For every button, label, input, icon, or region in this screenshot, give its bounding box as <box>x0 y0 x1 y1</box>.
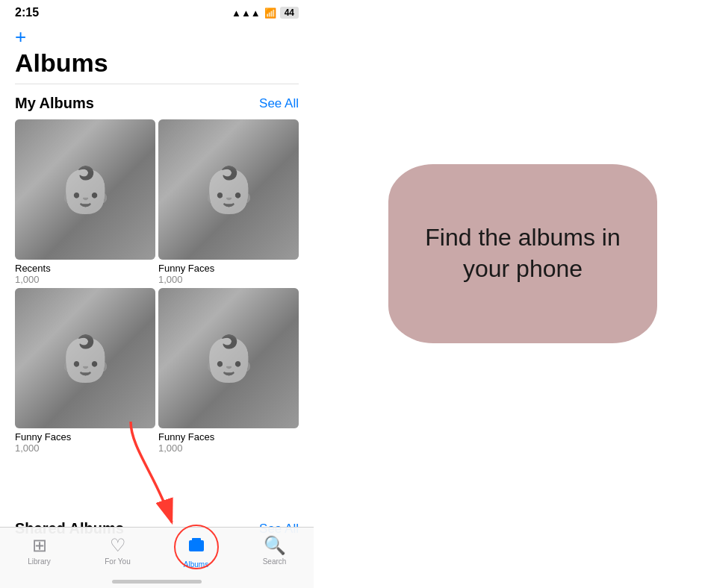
status-icons: ▲▲▲ 📶 44 <box>232 7 299 19</box>
album-name-funny2: Funny Faces <box>15 431 155 442</box>
tab-for-you[interactable]: ♡ For You <box>96 535 140 566</box>
my-albums-title: My Albums <box>15 95 94 112</box>
add-button[interactable]: + <box>0 22 314 49</box>
phone-area: 2:15 ▲▲▲ 📶 44 + Albums My Albums See All… <box>0 0 314 588</box>
baby-face-2 <box>158 119 299 260</box>
album-count-funny3: 1,000 <box>158 442 299 454</box>
status-bar: 2:15 ▲▲▲ 📶 44 <box>0 0 314 22</box>
tab-library[interactable]: ⊞ Library <box>17 535 62 566</box>
albums-grid: Recents 1,000 Funny Faces 1,000 Funny Fa… <box>0 119 314 454</box>
album-count-funny2: 1,000 <box>15 442 155 454</box>
page-title: Albums <box>0 49 314 84</box>
album-name-funny1: Funny Faces <box>158 263 299 274</box>
search-icon: 🔍 <box>264 535 286 556</box>
battery-icon: 44 <box>280 7 299 19</box>
album-item-funny2[interactable]: Funny Faces 1,000 <box>15 288 155 454</box>
tab-search-label: Search <box>263 557 287 566</box>
baby-face-1 <box>15 119 155 260</box>
tab-for-you-label: For You <box>105 557 130 566</box>
for-you-icon: ♡ <box>110 535 126 556</box>
home-indicator <box>112 580 202 584</box>
tab-search[interactable]: 🔍 Search <box>252 535 297 566</box>
svg-rect-1 <box>189 540 204 551</box>
tab-library-label: Library <box>28 557 51 566</box>
album-item-funny1[interactable]: Funny Faces 1,000 <box>158 119 299 285</box>
annotation-text: Find the albums in your phone <box>388 207 657 299</box>
album-thumb-funny1 <box>158 119 299 260</box>
annotation-bubble: Find the albums in your phone <box>388 164 657 343</box>
tab-bar: ⊞ Library ♡ For You Albums 🔍 Search <box>0 527 314 588</box>
svg-rect-2 <box>192 538 201 541</box>
albums-icon <box>187 535 206 559</box>
baby-face-4 <box>158 288 299 428</box>
album-thumb-recents <box>15 119 155 260</box>
album-name-funny3: Funny Faces <box>158 431 299 442</box>
my-albums-see-all[interactable]: See All <box>259 96 299 111</box>
tab-albums-label: Albums <box>184 560 208 569</box>
album-count-funny1: 1,000 <box>158 274 299 285</box>
status-time: 2:15 <box>15 6 39 19</box>
wifi-icon: 📶 <box>264 7 276 19</box>
album-name-recents: Recents <box>15 263 155 274</box>
album-count-recents: 1,000 <box>15 274 155 285</box>
album-item-funny3[interactable]: Funny Faces 1,000 <box>158 288 299 454</box>
baby-face-3 <box>15 288 155 428</box>
library-icon: ⊞ <box>32 535 47 556</box>
tab-albums[interactable]: Albums <box>174 535 219 569</box>
album-thumb-funny3 <box>158 288 299 428</box>
signal-icon: ▲▲▲ <box>232 7 261 19</box>
my-albums-header: My Albums See All <box>0 84 314 119</box>
album-item-recents[interactable]: Recents 1,000 <box>15 119 155 285</box>
album-thumb-funny2 <box>15 288 155 428</box>
